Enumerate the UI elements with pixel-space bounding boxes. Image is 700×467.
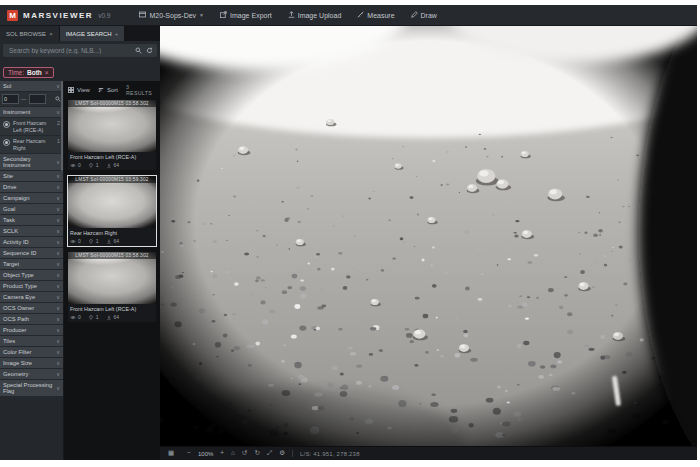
chip-label: Time: [8,69,24,76]
chevron-down-icon: ∨ [56,261,60,267]
filter-section-sequence-id[interactable]: Sequence ID∨ [0,248,63,258]
hazcam-fisheye-image[interactable] [160,26,697,446]
tab-add-icon[interactable]: + [115,31,119,37]
zoom-in-button[interactable]: + [220,450,224,457]
menu-draw[interactable]: Draw [411,11,437,19]
result-card[interactable]: LMST Sol-00000M15 03:58.302Front Hazcam … [68,252,156,322]
rotate-right-icon[interactable]: ↻ [255,450,260,457]
filter-option-front-hazcam-left-rce-a[interactable]: Front Hazcam Left (RCE-A)2 [0,118,63,135]
location-icon [88,315,94,320]
chevron-down-icon: ∨ [56,305,60,311]
filter-section-site[interactable]: Site∨ [0,171,63,181]
filter-scrollbar[interactable] [61,81,63,171]
filter-section-goal[interactable]: Goal∨ [0,204,63,214]
view-button[interactable]: View [68,87,90,93]
filter-section-secondary-instrument[interactable]: Secondary Instrument∨ [0,154,63,170]
chevron-down-icon: ∨ [56,228,60,234]
filter-label: Product Type [3,283,37,289]
thumbnail-image[interactable]: LMST Sol-00000M15 03:58.302 [68,100,156,152]
thumbnail-image[interactable]: LMST Sol-00000M15 03:58.302 [68,252,156,304]
tab-label: IMAGE SEARCH [66,31,112,37]
thumbnail-image[interactable]: LMST Sol-00000M15 03:59.302 [68,176,156,228]
tab-image-search[interactable]: IMAGE SEARCH + [60,26,125,41]
filter-section-image-size[interactable]: Image Size∨ [0,358,63,368]
filter-section-sol[interactable]: Sol ∨ [0,81,63,91]
toolbar-divider [292,450,293,457]
chevron-down-icon: ∨ [56,159,60,165]
location-count: 1 [88,238,99,244]
app-title: MARSVIEWER [23,11,93,20]
filter-section-object-type[interactable]: Object Type∨ [0,270,63,280]
rotate-left-icon[interactable]: ↺ [242,450,247,457]
filter-label: Activity ID [3,239,29,245]
filter-section-ocs-owner[interactable]: OCS Owner∨ [0,303,63,313]
menu-image-export[interactable]: Image Export [220,11,272,19]
download-count: 64 [106,162,120,168]
view-count: 0 [70,162,81,168]
filter-section-drive[interactable]: Drive∨ [0,182,63,192]
location-count: 1 [88,314,99,320]
sol-max-input[interactable] [29,94,46,104]
top-bar: M MARSVIEWER v0.9 M20-Sops-Dev▼Image Exp… [0,5,697,26]
settings-gear-icon[interactable]: ⚙ [279,450,285,457]
filter-section-task[interactable]: Task∨ [0,215,63,225]
filter-option-rear-hazcam-right[interactable]: Rear Hazcam Right1 [0,136,63,153]
filter-section-tiles[interactable]: Tiles∨ [0,336,63,346]
home-icon[interactable]: ⌂ [231,450,235,457]
thumbnail-list: LMST Sol-00000M15 03:58.302Front Hazcam … [64,99,160,460]
search-input[interactable] [7,46,131,55]
photo-canvas[interactable] [160,26,697,446]
tab-sol-browse[interactable]: SOL BROWSE × [0,26,59,41]
sol-min-input[interactable] [2,94,19,104]
chevron-down-icon: ∨ [56,294,60,300]
keyword-search [3,44,157,57]
filter-section-product-type[interactable]: Product Type∨ [0,281,63,291]
filter-section-color-filter[interactable]: Color Filter∨ [0,347,63,357]
chevron-down-icon: ∨ [56,239,60,245]
menu-m20-sops-dev[interactable]: M20-Sops-Dev▼ [139,11,204,19]
filter-label: Tiles [3,338,15,344]
filter-section-producer[interactable]: Producer∨ [0,325,63,335]
refresh-icon[interactable] [146,47,153,54]
filter-label: OCS Path [3,316,29,322]
active-filters: Time: Both × [0,58,160,81]
download-count: 64 [106,238,120,244]
chevron-down-icon: ∨ [56,217,60,223]
tab-close-icon[interactable]: × [49,31,53,37]
checkbox-icon[interactable] [3,139,10,146]
result-card[interactable]: LMST Sol-00000M15 03:58.302Front Hazcam … [68,100,156,170]
chip-close-icon[interactable]: × [45,69,49,76]
filter-section-sclk[interactable]: SCLK∨ [0,226,63,236]
filter-section-campaign[interactable]: Campaign∨ [0,193,63,203]
option-count: 2 [57,120,60,126]
filter-section-special-processing-flag[interactable]: Special Processing Flag∨ [0,380,63,396]
filter-section-activity-id[interactable]: Activity ID∨ [0,237,63,247]
menu-measure[interactable]: Measure [357,11,394,19]
lmst-label: LMST Sol-00000M15 03:59.302 [68,176,156,183]
filter-section-ocs-path[interactable]: OCS Path∨ [0,314,63,324]
search-icon[interactable] [135,47,142,54]
menu-image-upload[interactable]: Image Upload [288,11,342,19]
filter-section-geometry[interactable]: Geometry∨ [0,369,63,379]
chevron-down-icon: ▼ [199,12,204,18]
filter-section-camera-eye[interactable]: Camera Eye∨ [0,292,63,302]
chevron-down-icon: ∨ [56,327,60,333]
zoom-out-button[interactable]: − [187,450,191,457]
top-menu: M20-Sops-Dev▼Image ExportImage UploadMea… [139,11,436,19]
fullscreen-icon[interactable]: ⤢ [267,450,272,457]
eye-icon [70,239,76,244]
checkbox-icon[interactable] [3,121,10,128]
viewer-toolbar: ▦ − 100% + ⌂ ↺ ↻ ⤢ ⚙ L/S: 41.951, 278.23… [160,446,697,460]
sort-button[interactable]: Sort [98,87,118,93]
result-card[interactable]: LMST Sol-00000M15 03:59.302Rear Hazcam R… [68,176,156,246]
filter-section-instrument[interactable]: Instrument∨ [0,107,63,117]
filter-label: Camera Eye [3,294,35,300]
option-label: Front Hazcam Left (RCE-A) [13,120,54,133]
left-panel: SOL BROWSE × IMAGE SEARCH + [0,26,160,460]
time-filter-chip[interactable]: Time: Both × [3,67,54,78]
thumbnail-stats: 0164 [68,313,156,322]
thumbnail-toggle-icon[interactable]: ▦ [168,450,174,457]
filter-section-target[interactable]: Target∨ [0,259,63,269]
chevron-down-icon: ∨ [56,371,60,377]
results-panel: View Sort 3 RESULTS LMST Sol-00000M15 03… [64,81,160,460]
